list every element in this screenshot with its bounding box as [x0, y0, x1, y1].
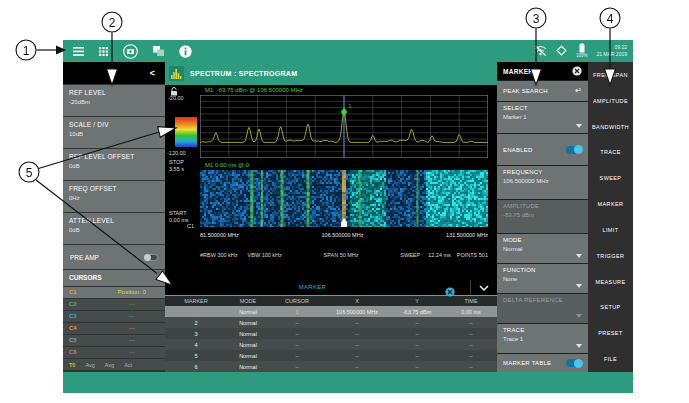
- measurement-title-bar: SPECTRUM : SPECTROGRAM: [165, 62, 497, 85]
- enabled-toggle[interactable]: [566, 146, 582, 154]
- spectrum-plot[interactable]: 1: [200, 95, 488, 158]
- points-value: POINTS 501: [457, 252, 488, 258]
- sidebar-item-freq-offset[interactable]: FREQ OFFSET 0Hz: [63, 181, 165, 212]
- apps-grid-icon[interactable]: [99, 47, 108, 56]
- menu-item-measure[interactable]: MEASURE: [588, 269, 633, 295]
- spectrogram-color-scale: [175, 117, 197, 147]
- vbw-value[interactable]: VBW 100 kHz: [248, 252, 282, 258]
- cursor-row-c1[interactable]: C1Position: 0: [63, 287, 165, 298]
- menu-item-freq-span[interactable]: FREQ SPAN: [588, 62, 633, 88]
- menu-item-amplitude[interactable]: AMPLITUDE: [588, 88, 633, 114]
- amplitude-field: AMPLITUDE -63.75 dBm: [497, 200, 588, 233]
- camera-icon[interactable]: [123, 44, 138, 59]
- menu-item-setup[interactable]: SETUP: [588, 294, 633, 320]
- mode-dropdown[interactable]: MODE Normal: [497, 234, 588, 263]
- marker-table-close-icon[interactable]: [445, 283, 455, 301]
- sidebar-item-pre-amp[interactable]: PRE AMP: [63, 245, 165, 269]
- marker-panel-title: MARKER: [503, 68, 533, 75]
- chevron-down-icon: [576, 124, 582, 128]
- marker-table-collapse-icon[interactable]: [470, 280, 497, 295]
- pre-amp-toggle[interactable]: [144, 254, 158, 261]
- stop-value: 3.55 s: [169, 167, 184, 173]
- ref-level-top: -20.00: [168, 96, 184, 102]
- menu-icon[interactable]: [73, 47, 84, 56]
- menu-item-preset[interactable]: PRESET: [588, 320, 633, 346]
- freq-center: 106.500000 MHz: [322, 232, 364, 238]
- cursor-row-c3[interactable]: C3---: [63, 311, 165, 322]
- column-header-cursor: CURSOR: [269, 298, 325, 304]
- cursor-row-c5[interactable]: C5---: [63, 335, 165, 346]
- rbw-value[interactable]: #RBW 300 kHz: [200, 252, 238, 258]
- main-area: SPECTRUM : SPECTROGRAM -20.00 M1 -63.75 …: [165, 62, 497, 372]
- callout-2: 2: [109, 16, 116, 30]
- marker-table-row-6[interactable]: 6Normal--------: [165, 361, 497, 372]
- spectrogram[interactable]: [200, 170, 488, 227]
- spectrum-display[interactable]: -20.00 M1 -63.75 dBm @ 106.500000 MHz 1 …: [165, 85, 497, 280]
- sweep-value: 12.24 ms: [428, 252, 451, 258]
- delta-reference-dropdown: DELTA REFERENCE: [497, 294, 588, 323]
- start-value: 0.00 ms: [169, 218, 189, 224]
- menu-item-marker[interactable]: MARKER: [588, 191, 633, 217]
- sweep-label: SWEEP: [400, 252, 420, 258]
- chevron-down-icon: [576, 284, 582, 288]
- date-text: 21 MAR 2019: [596, 52, 627, 57]
- marker-table: MARKER MARKERMODECURSORXYTIME 1Normal110…: [165, 280, 497, 372]
- menu-item-trace[interactable]: TRACE: [588, 139, 633, 165]
- marker-readout: M1 -63.75 dBm @ 106.500000 MHz: [205, 87, 303, 93]
- time-text: 09:22: [614, 45, 627, 50]
- function-dropdown[interactable]: FUNCTION None: [497, 264, 588, 293]
- select-marker-dropdown[interactable]: SELECT Marker 1: [497, 102, 588, 133]
- marker-panel-header: MARKER: [497, 62, 588, 80]
- frequency-axis: 81.500000 MHz 106.500000 MHz 131.500000 …: [200, 232, 488, 238]
- panel-collapse-header: <: [63, 62, 165, 84]
- left-settings-panel: < REF LEVEL -20dBm SCALE / DIV 10dB REF …: [63, 62, 165, 372]
- cursor-list: C1Position: 0C2---C3---C4---C5---C6---: [63, 287, 165, 358]
- sweep-settings-row: #RBW 300 kHz VBW 100 kHz SPAN 50 MHz SWE…: [200, 252, 488, 258]
- marker-1-number: 1: [349, 103, 352, 109]
- start-label: START: [169, 211, 187, 217]
- marker-enabled-row[interactable]: ENABLED: [497, 134, 588, 165]
- screen-capture-icon[interactable]: [153, 46, 164, 56]
- marker-table-toggle[interactable]: [566, 359, 582, 367]
- menu-item-limit[interactable]: LIMIT: [588, 217, 633, 243]
- freq-start: 81.500000 MHz: [200, 232, 239, 238]
- marker-table-row-4[interactable]: 4Normal--------: [165, 339, 497, 350]
- cursor-row-c4[interactable]: C4---: [63, 323, 165, 334]
- battery-percent: 100%: [576, 54, 588, 59]
- sidebar-item-ref-level[interactable]: REF LEVEL -20dBm: [63, 85, 165, 116]
- battery-icon: 100%: [576, 43, 588, 59]
- marker-table-row-5[interactable]: 5Normal--------: [165, 350, 497, 361]
- marker-table-toggle-row[interactable]: MARKER TABLE: [497, 354, 588, 372]
- chevron-left-icon[interactable]: <: [150, 68, 155, 78]
- menu-item-sweep[interactable]: SWEEP: [588, 165, 633, 191]
- marker-table-bar: MARKER: [165, 280, 497, 295]
- cursor-row-c6[interactable]: C6---: [63, 347, 165, 358]
- marker-table-row-2[interactable]: 2Normal--------: [165, 317, 497, 328]
- marker-table-row-1[interactable]: 1Normal1106.500000 MHz-63.75 dBm0.00 ms: [165, 306, 497, 317]
- sidebar-item-scale-div[interactable]: SCALE / DIV 10dB: [63, 117, 165, 148]
- marker-panel: MARKER PEAK SEARCH ↵ SELECT Marker 1: [497, 62, 588, 372]
- clock: 09:22 21 MAR 2019: [596, 45, 627, 57]
- sidebar-item-atten-level[interactable]: ATTEN LEVEL 0dB: [63, 213, 165, 244]
- info-icon[interactable]: [179, 45, 192, 58]
- marker-panel-close-icon[interactable]: [572, 62, 582, 80]
- marker-table-row-3[interactable]: 3Normal--------: [165, 328, 497, 339]
- peak-search-button[interactable]: PEAK SEARCH ↵: [497, 81, 588, 101]
- freq-stop: 131.500000 MHz: [446, 232, 488, 238]
- menu-item-file[interactable]: FILE: [588, 346, 633, 372]
- menu-item-bandwidth[interactable]: BANDWIDTH: [588, 114, 633, 140]
- frequency-field[interactable]: FREQUENCY 106.500000 MHz: [497, 166, 588, 199]
- callout-4: 4: [607, 12, 614, 26]
- cursors-title: CURSORS: [63, 270, 165, 286]
- column-header-mode: MODE: [227, 298, 269, 304]
- sidebar-item-ref-level-offset[interactable]: REF LEVEL OFFSET 0dB: [63, 149, 165, 180]
- ref-level-bottom: -120.00: [167, 151, 186, 157]
- span-value[interactable]: SPAN 50 MHz: [282, 252, 400, 258]
- cursor-row-c2[interactable]: C2---: [63, 299, 165, 310]
- menu-item-trigger[interactable]: TRIGGER: [588, 243, 633, 269]
- trace-dropdown[interactable]: TRACE Trace 1: [497, 324, 588, 353]
- callout-1: 1: [23, 44, 30, 58]
- gps-diamond-icon: [556, 42, 567, 60]
- instrument-window: 100% 09:22 21 MAR 2019 < REF LEVEL -20dB…: [63, 40, 633, 393]
- marker-table-rows: 1Normal1106.500000 MHz-63.75 dBm0.00 ms2…: [165, 306, 497, 372]
